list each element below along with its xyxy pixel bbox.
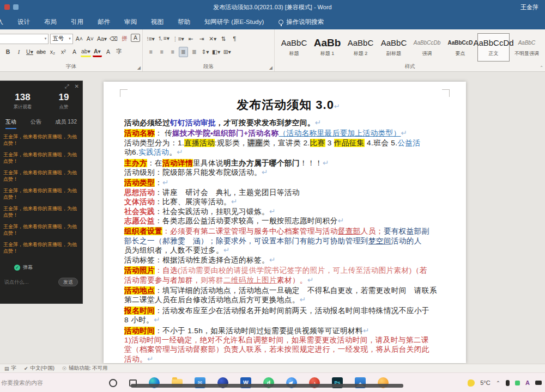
sort-icon[interactable]: ⇅: [219, 34, 228, 44]
ribbon-tab-视图[interactable]: 视图: [144, 14, 171, 29]
language-status[interactable]: ✔ 中文(中国): [24, 365, 55, 372]
phonetic-guide-icon[interactable]: 拼: [120, 34, 129, 44]
asian-layout-icon[interactable]: ✕▾: [208, 34, 217, 44]
underline-icon[interactable]: U▾: [25, 47, 34, 57]
font-color-icon[interactable]: A▾: [93, 47, 102, 57]
style-gallery: AaBbC标题AaBb标题 1AaBbC标题 2AaBbC副标题AaBbCcDb…: [278, 32, 543, 62]
multilevel-list-icon[interactable]: ⋮≡▾: [172, 34, 185, 44]
ribbon-collapse-icon[interactable]: ⌃: [540, 65, 543, 70]
borders-icon[interactable]: ⊞▾: [222, 47, 232, 57]
font-size-combo[interactable]: 五号 ▾: [50, 34, 73, 44]
align-right-icon[interactable]: ≡: [168, 47, 177, 57]
livestream-panel[interactable]: ⤢ ✕ 138 累计观看 19 点赞 互动公告成员 132 王金萍，他来看你的直…: [0, 81, 83, 304]
clear-format-icon[interactable]: ⌫: [109, 34, 118, 44]
chat-message: 王金萍，他来看你的直播啦，为他点赞！: [3, 223, 79, 236]
align-center-icon[interactable]: ≡: [157, 47, 166, 57]
style-card-标题 2[interactable]: AaBbC标题 2: [344, 33, 377, 62]
italic-icon[interactable]: I: [14, 47, 23, 57]
strikethrough-icon[interactable]: abc: [36, 47, 46, 57]
ribbon-tab-引用[interactable]: 引用: [64, 14, 90, 29]
bullets-icon[interactable]: ⁝≡▾: [146, 34, 155, 44]
ribbon-tab-布局[interactable]: 布局: [37, 14, 64, 29]
style-card-要点[interactable]: AaBbCcD要点: [444, 33, 476, 62]
save-icon[interactable]: [13, 4, 19, 10]
dialog-launcher-icon[interactable]: ◢: [137, 65, 141, 70]
text-effects-icon[interactable]: A: [70, 47, 79, 57]
tell-me-search[interactable]: 操作说明搜索: [278, 18, 324, 26]
font-name-combo[interactable]: ▾: [0, 34, 49, 44]
dialog-launcher-icon[interactable]: ◢: [269, 65, 272, 70]
grow-font-icon[interactable]: A˄: [75, 34, 84, 44]
document-page[interactable]: 发布活动须知 3.0↵ 活动必须经过钉钉活动审批，才可按要求发布到梦空间。↵活动…: [104, 82, 466, 363]
shading-icon[interactable]: ◧▾: [211, 47, 221, 57]
weather-icon[interactable]: [468, 379, 475, 387]
panel-tab-公告[interactable]: 公告: [31, 118, 41, 129]
distribute-icon[interactable]: ≣: [190, 47, 199, 57]
decrease-indent-icon[interactable]: ⇤: [186, 34, 196, 44]
video-progress-bar[interactable]: [131, 384, 403, 388]
align-left-icon[interactable]: ≡: [146, 47, 155, 57]
cortana-icon[interactable]: [109, 379, 117, 387]
superscript-icon[interactable]: x²: [59, 47, 68, 57]
close-icon[interactable]: ✕: [75, 83, 79, 90]
camera-icon[interactable]: [535, 381, 542, 385]
style-card-不明显强调[interactable]: AaBbC不明显强调: [511, 33, 543, 62]
style-card-标题 1[interactable]: AaBb标题 1: [311, 33, 343, 62]
text-segment: 员为组织者，人数不要过多。: [124, 246, 223, 254]
account-name[interactable]: 王金萍: [520, 3, 538, 11]
panel-tab-成员 132[interactable]: 成员 132: [56, 118, 77, 129]
style-card-强调[interactable]: AaBbCcDb强调: [411, 33, 443, 62]
send-button[interactable]: 发送: [58, 278, 78, 286]
ribbon-tab-设计[interactable]: 设计: [10, 14, 37, 29]
enclose-character-icon[interactable]: 字: [114, 47, 124, 57]
ribbon-tab-插入[interactable]: 插入: [0, 14, 10, 29]
ribbon-tab-bar: 插入设计布局引用邮件审阅视图帮助知网研学 (原E-Study) 操作说明搜索: [0, 14, 545, 29]
text-segment: 活动地点: [124, 286, 155, 295]
document-heading: 发布活动须知 3.0↵: [124, 97, 453, 113]
style-card-正文[interactable]: AaBbCcDd正文: [477, 33, 510, 62]
quick-access-toolbar[interactable]: [4, 4, 19, 10]
status-green-icon[interactable]: [515, 381, 520, 385]
restore-icon[interactable]: ⤢: [65, 83, 69, 90]
document-content: 发布活动须知 3.0↵ 活动必须经过钉钉活动审批，才可按要求发布到梦空间。↵活动…: [124, 97, 453, 364]
word-app-icon: [4, 4, 10, 10]
word-count[interactable]: ▤ 字: [4, 365, 16, 372]
barrage-toggle[interactable]: ✓ 弹幕: [14, 264, 82, 271]
crop-mark: [120, 89, 128, 97]
chat-input[interactable]: [4, 279, 48, 285]
subscript-icon[interactable]: x₂: [48, 47, 57, 57]
style-sample: AaBbCcDb: [414, 38, 440, 48]
line-spacing-icon[interactable]: ⇕▾: [201, 47, 210, 57]
bold-icon[interactable]: B: [3, 47, 13, 57]
text-segment: 活动。: [124, 355, 147, 363]
justify-icon[interactable]: ≣: [179, 47, 188, 57]
antivirus-icon[interactable]: A: [525, 379, 530, 386]
increase-indent-icon[interactable]: ⇥: [197, 34, 207, 44]
accessibility-status[interactable]: ☉ 辅助功能: 不可用: [62, 365, 108, 372]
microphone-icon[interactable]: [506, 380, 510, 386]
word-status-bar: ▤ 字 ✔ 中文(中国) ☉ 辅助功能: 不可用: [0, 364, 545, 372]
character-border-icon[interactable]: A: [131, 34, 140, 42]
panel-tab-互动[interactable]: 互动: [5, 118, 16, 129]
taskbar-search[interactable]: 你要搜索的内容: [0, 373, 43, 392]
chat-message-list[interactable]: 王金萍，他来看你的直播啦，为他点赞！王金萍，他来看你的直播啦，为他点赞！王金萍，…: [3, 133, 79, 263]
ribbon-tab-知网研学 (原E-Study)[interactable]: 知网研学 (原E-Study): [197, 14, 271, 29]
doc-line: 社会实践：社会实践活动，挂职见习锻炼。↵: [124, 207, 453, 216]
ribbon-tab-审阅[interactable]: 审阅: [117, 14, 144, 29]
paragraph-mark-icon[interactable]: ¶: [230, 34, 239, 44]
ribbon-tab-邮件[interactable]: 邮件: [90, 14, 117, 29]
numbering-icon[interactable]: ⒈≡▾: [157, 34, 170, 44]
language-text: 中文(中国): [31, 365, 55, 372]
temperature-label[interactable]: 5°C: [480, 379, 490, 386]
tray-expand-icon[interactable]: ⌃: [496, 380, 500, 386]
shrink-font-icon[interactable]: A˅: [86, 34, 95, 44]
chevron-down-icon: ▾: [69, 36, 71, 41]
style-card-副标题[interactable]: AaBbC副标题: [378, 33, 410, 62]
highlight-icon[interactable]: ab▾: [81, 47, 91, 57]
ribbon-tab-帮助[interactable]: 帮助: [171, 14, 197, 29]
change-case-icon[interactable]: Aa▾: [96, 34, 107, 44]
style-card-标题[interactable]: AaBbC标题: [278, 33, 310, 62]
chat-message: 王金萍，他来看你的直播啦，为他点赞！: [3, 151, 79, 164]
tell-me-label: 操作说明搜索: [286, 18, 324, 26]
char-shading-icon[interactable]: A: [104, 47, 113, 57]
